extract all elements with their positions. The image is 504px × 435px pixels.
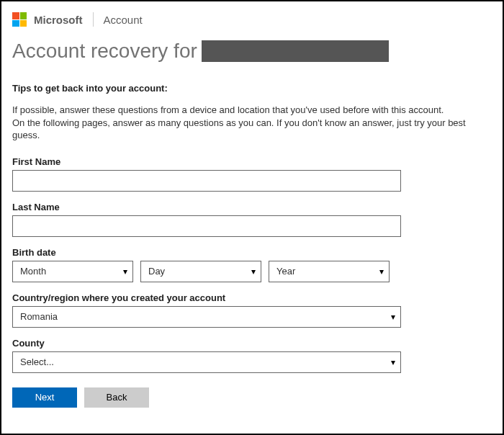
country-select[interactable]: Romania: [12, 306, 401, 328]
day-select-wrap: Day: [140, 261, 261, 282]
day-select[interactable]: Day: [140, 261, 261, 282]
back-button[interactable]: Back: [84, 387, 149, 408]
country-select-wrap: Romania: [12, 306, 401, 328]
button-row: Next Back: [12, 387, 492, 408]
header-section: Account: [104, 14, 143, 26]
page-title-row: Account recovery for: [12, 40, 492, 63]
tips-text: If possible, answer these questions from…: [12, 104, 492, 142]
header: Microsoft Account: [12, 12, 492, 27]
page-title: Account recovery for: [12, 40, 197, 63]
first-name-label: First Name: [12, 156, 492, 167]
birth-date-label: Birth date: [12, 247, 492, 258]
year-select[interactable]: Year: [269, 261, 390, 282]
county-select-wrap: Select...: [12, 351, 401, 373]
brand-name: Microsoft: [34, 14, 83, 26]
header-divider: [93, 12, 94, 27]
next-button[interactable]: Next: [12, 387, 77, 408]
redacted-account-identifier: [202, 40, 389, 62]
last-name-input[interactable]: [12, 215, 401, 237]
country-label: Country/region where you created your ac…: [12, 292, 492, 303]
first-name-input[interactable]: [12, 170, 401, 192]
county-label: County: [12, 338, 492, 349]
month-select[interactable]: Month: [12, 261, 133, 282]
birth-date-row: Month Day Year: [12, 261, 492, 282]
microsoft-logo-icon: [12, 12, 27, 27]
tips-line-1: If possible, answer these questions from…: [12, 104, 444, 115]
last-name-label: Last Name: [12, 202, 492, 212]
tips-line-2: On the following pages, answer as many q…: [12, 117, 466, 141]
year-select-wrap: Year: [269, 261, 390, 282]
month-select-wrap: Month: [12, 261, 133, 282]
tips-heading: Tips to get back into your account:: [12, 83, 492, 94]
county-select[interactable]: Select...: [12, 351, 401, 373]
